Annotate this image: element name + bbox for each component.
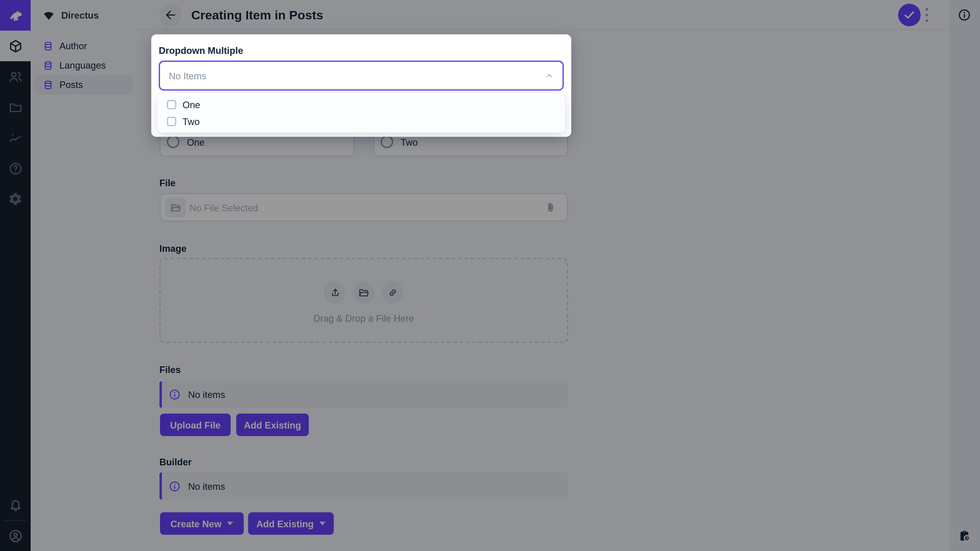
checkbox[interactable] [167,117,177,126]
checkbox[interactable] [167,100,177,110]
app-root: Directus Author Languages Posts Creating… [0,0,980,551]
option-label: One [183,99,200,110]
dropdown-multiple-popover: Dropdown Multiple No Items One Two [151,35,571,137]
select-value: No Items [169,62,206,89]
option-one[interactable]: One [158,96,565,113]
dropdown-options-menu: One Two [158,94,565,132]
dropdown-multiple-select[interactable]: No Items [159,61,564,91]
chevron-up-icon [544,70,555,81]
option-label: Two [183,116,200,127]
option-two[interactable]: Two [158,113,565,130]
dropdown-multiple-label: Dropdown Multiple [159,45,243,56]
